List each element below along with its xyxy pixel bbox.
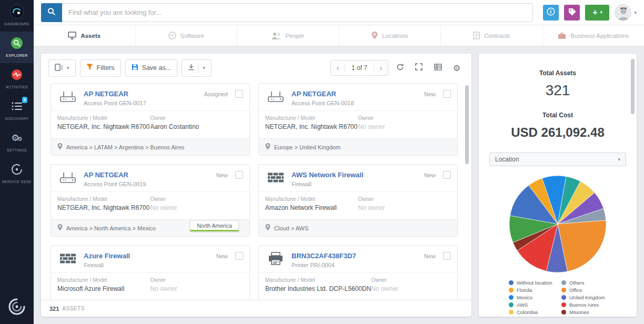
legend-item-without-location: Without location [509, 280, 554, 286]
summary-scrollbar[interactable] [631, 59, 635, 114]
total-cost-label: Total Cost [489, 112, 626, 119]
search-button[interactable] [41, 3, 62, 22]
tab-contracts[interactable]: Contracts [441, 25, 543, 46]
asset-card[interactable]: AP NETGEAR Access Point GEN-0019 New Man… [51, 164, 250, 237]
card-header: AWS Network Firewall Firewall New [259, 165, 457, 191]
asset-checkbox[interactable] [443, 90, 451, 98]
info-icon [547, 7, 555, 17]
tab-assets[interactable]: Assets [34, 25, 136, 46]
location-pie-chart[interactable] [508, 175, 607, 274]
app-root: DASHBOARDEXPLORERACTIVITIES8DISCOVERY⚙⚙S… [0, 0, 644, 324]
sidebar-item-settings[interactable]: ⚙⚙SETTINGS [0, 126, 34, 158]
user-menu[interactable]: ▾ [615, 4, 637, 21]
asset-card[interactable]: BRN3C2AF438F3D7 Printer PRI-0004 New Man… [258, 245, 458, 300]
group-by-select[interactable]: Location ▾ [489, 153, 626, 166]
location-breadcrumb: America > LATAM > Argentina > Buenos Air… [66, 144, 184, 150]
activities-icon [11, 68, 23, 82]
tab-label: Business Applications [570, 33, 629, 39]
tab-business-applications[interactable]: Business Applications [543, 25, 644, 46]
info-button[interactable] [543, 5, 559, 21]
chevron-down-icon: ▾ [600, 10, 602, 15]
asset-card[interactable]: AP NETGEAR Access Point GEN-0017 Assigne… [51, 83, 250, 156]
refresh-button[interactable] [393, 60, 407, 75]
tab-people[interactable]: People [237, 25, 339, 46]
owner-label: Owner [371, 277, 451, 283]
filter-funnel-icon [86, 64, 93, 72]
asset-checkbox[interactable] [443, 171, 451, 179]
card-header: Azure Firewall Firewall New [51, 246, 249, 272]
legend-color-dot [561, 310, 566, 315]
list-scrollbar[interactable] [465, 85, 469, 164]
asset-checkbox[interactable] [235, 252, 243, 260]
card-header: AP NETGEAR Access Point GEN-0019 New [51, 165, 249, 191]
asset-card[interactable]: Azure Firewall Firewall New Manufacturer… [51, 245, 250, 300]
list-toolbar: ▾ Filters Save as... ▾ [41, 54, 471, 82]
fullscreen-button[interactable] [411, 60, 426, 75]
asset-card[interactable]: AP NETGEAR Access Point GEN-0018 New Man… [258, 83, 458, 156]
view-selector-button[interactable]: ▾ [48, 59, 76, 77]
asset-name-link[interactable]: AWS Network Firewall [291, 171, 364, 179]
pagination: ‹ 1 of 7 › [330, 60, 388, 76]
legend-label: Office [569, 287, 582, 293]
asset-name-link[interactable]: AP NETGEAR [84, 90, 128, 98]
legend-item-others: Others [561, 280, 607, 286]
export-button[interactable]: ▾ [182, 59, 212, 77]
filters-button[interactable]: Filters [80, 59, 121, 77]
asset-name-link[interactable]: AP NETGEAR [291, 90, 336, 98]
add-button[interactable]: +▾ [585, 5, 609, 21]
legend-label: Without location [517, 280, 552, 286]
contracts-tab-icon [473, 32, 480, 39]
assets-tab-icon [68, 32, 76, 39]
sidebar-item-discovery[interactable]: 8DISCOVERY [0, 95, 34, 126]
view-settings-button[interactable]: ⚙ [449, 60, 464, 75]
topbar: +▾ ▾ [34, 0, 644, 25]
prev-page-button[interactable]: ‹ [331, 60, 345, 75]
download-icon [188, 64, 195, 72]
asset-subtitle: Printer PRI-0004 [291, 262, 419, 268]
asset-card[interactable]: AWS Network Firewall Firewall New Manufa… [258, 164, 458, 237]
legend-label: Others [569, 280, 585, 286]
owner-value: No owner [358, 204, 451, 211]
sidebar-item-service-desk[interactable]: SERVICE DESK [0, 158, 34, 189]
asset-checkbox[interactable] [235, 171, 243, 179]
location-breadcrumb: Cloud > AWS [274, 225, 308, 231]
legend-color-dot [509, 288, 514, 292]
plus-icon: + [592, 8, 597, 17]
toolbar-right-group: ‹ 1 of 7 › [330, 60, 464, 76]
service-desk-icon [11, 163, 23, 176]
summary-panel: Total Assets 321 Total Cost USD 261,092.… [479, 54, 637, 317]
tags-button[interactable] [564, 5, 580, 21]
tab-software[interactable]: Software [136, 25, 238, 46]
asset-name-link[interactable]: BRN3C2AF438F3D7 [291, 252, 356, 260]
sidebar-item-explorer[interactable]: EXPLORER [0, 32, 34, 63]
explorer-icon [11, 36, 23, 50]
table-view-button[interactable] [430, 60, 445, 75]
asset-name-link[interactable]: Azure Firewall [84, 252, 130, 260]
legend-label: Florida [517, 287, 532, 293]
next-page-button[interactable]: › [374, 60, 388, 75]
asset-count-label: ASSETS [62, 306, 84, 311]
main-column: +▾ ▾ AssetsSoftwarePeopleLocationsContra… [34, 0, 644, 324]
chevron-down-icon: ▾ [634, 10, 637, 15]
sidebar-item-activities[interactable]: ACTIVITIES [0, 63, 34, 95]
manufacturer-model-value: Amazon Network Firewall [265, 204, 358, 211]
asset-checkbox[interactable] [235, 90, 243, 98]
global-search [41, 3, 533, 22]
search-input[interactable] [62, 3, 533, 22]
manufacturer-model-label: Manufacturer / Model [265, 196, 358, 202]
asset-checkbox[interactable] [443, 252, 451, 260]
filters-button-label: Filters [97, 64, 115, 72]
sidebar-item-dashboard[interactable]: DASHBOARD [0, 0, 34, 32]
asset-subtitle: Firewall [84, 262, 211, 268]
tab-locations[interactable]: Locations [339, 25, 441, 46]
total-assets-value: 321 [489, 82, 626, 99]
manufacturer-model-value: NETGEAR, Inc. Nightawk R6700 [265, 123, 358, 130]
locations-tab-icon [371, 32, 378, 39]
chevron-down-icon: ▾ [618, 157, 620, 162]
card-view-icon [55, 64, 63, 73]
save-as-button[interactable]: Save as... [125, 59, 178, 77]
asset-name-link[interactable]: AP NETGEAR [84, 171, 128, 179]
asset-cards-grid: AP NETGEAR Access Point GEN-0017 Assigne… [41, 82, 471, 300]
legend-item-aws: AWS [509, 302, 554, 308]
legend-color-dot [509, 295, 514, 300]
